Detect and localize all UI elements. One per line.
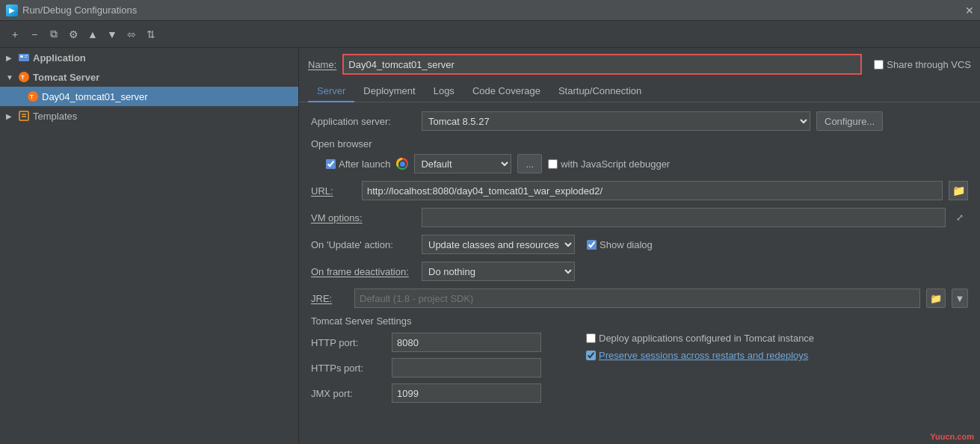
on-frame-row: On frame deactivation: Do nothing Update… xyxy=(311,262,968,281)
show-dialog-label: Show dialog xyxy=(587,239,653,250)
sidebar: ▶ Application ▼ T xyxy=(0,48,299,444)
sidebar-item-label-application: Application xyxy=(33,52,86,64)
on-frame-label: On frame deactivation: xyxy=(311,266,416,277)
tabs-row: Server Deployment Logs Code Coverage Sta… xyxy=(299,81,980,102)
https-port-row: HTTPs port: xyxy=(311,358,541,377)
after-launch-checkbox[interactable] xyxy=(326,159,336,169)
app-server-label: Application server: xyxy=(311,116,416,127)
main-window: ▶ Run/Debug Configurations ✕ + − ⧉ ⚙ ▲ ▼… xyxy=(0,0,980,444)
sidebar-item-tomcat-server[interactable]: ▼ T Tomcat Server xyxy=(0,67,298,87)
name-input[interactable] xyxy=(342,54,862,75)
move-button[interactable]: ⬄ xyxy=(123,25,141,43)
down-button[interactable]: ▼ xyxy=(103,25,121,43)
url-browse-button[interactable]: 📁 xyxy=(949,181,968,200)
tab-startup-connection[interactable]: Startup/Connection xyxy=(549,81,650,102)
svg-rect-1 xyxy=(20,55,23,58)
http-port-row: HTTP port: xyxy=(311,333,541,352)
https-port-label: HTTPs port: xyxy=(311,363,386,374)
deploy-label: Deploy applications configured in Tomcat… xyxy=(586,333,814,344)
svg-rect-0 xyxy=(19,54,29,61)
tab-logs[interactable]: Logs xyxy=(425,81,463,102)
templates-icon xyxy=(18,110,30,122)
chrome-icon xyxy=(396,158,408,170)
sidebar-item-label-templates: Templates xyxy=(33,111,77,122)
application-icon xyxy=(18,52,30,64)
app-icon: ▶ xyxy=(6,4,18,16)
add-button[interactable]: + xyxy=(6,25,24,43)
deploy-preserve-section: Deploy applications configured in Tomcat… xyxy=(571,333,814,409)
tomcat-server-icon: T xyxy=(18,71,30,83)
app-server-row: Application server: Tomcat 8.5.27 Config… xyxy=(311,111,968,131)
https-port-input[interactable] xyxy=(392,358,541,377)
tab-deployment[interactable]: Deployment xyxy=(354,81,424,102)
sidebar-item-templates[interactable]: ▶ Templates xyxy=(0,106,298,126)
tomcat-settings-section: Tomcat Server Settings HTTP port: HTTPs … xyxy=(311,315,968,409)
open-browser-content: After launch Default ... with JavaScript… xyxy=(311,154,968,173)
url-input[interactable] xyxy=(362,181,943,200)
jre-label: JRE: xyxy=(311,293,348,304)
tomcat-settings-title: Tomcat Server Settings xyxy=(311,315,968,327)
preserve-label: Preserve sessions across restarts and re… xyxy=(586,350,814,361)
watermark: Yuucn.com xyxy=(930,432,974,441)
browser-select[interactable]: Default xyxy=(414,154,511,173)
url-label: URL: xyxy=(311,185,356,197)
vm-options-input[interactable] xyxy=(422,208,946,227)
configure-button[interactable]: Configure... xyxy=(816,111,883,131)
up-button[interactable]: ▲ xyxy=(84,25,102,43)
show-dialog-checkbox[interactable] xyxy=(587,240,597,250)
http-port-label: HTTP port: xyxy=(311,337,386,348)
jmx-port-input[interactable] xyxy=(392,383,541,403)
svg-rect-8 xyxy=(19,111,28,120)
tree-arrow-application: ▶ xyxy=(6,54,18,62)
url-row: URL: 📁 xyxy=(311,181,968,200)
form-area: Application server: Tomcat 8.5.27 Config… xyxy=(299,102,980,444)
open-browser-title: Open browser xyxy=(311,138,968,149)
tab-server[interactable]: Server xyxy=(308,81,354,102)
app-server-select[interactable]: Tomcat 8.5.27 xyxy=(422,111,810,131)
after-launch-label: After launch xyxy=(326,158,390,170)
svg-text:T: T xyxy=(21,74,25,81)
deploy-checkbox[interactable] xyxy=(586,333,596,343)
ports-section: HTTP port: HTTPs port: JMX port: xyxy=(311,333,541,409)
on-update-label: On 'Update' action: xyxy=(311,239,416,250)
vm-options-label: VM options: xyxy=(311,212,416,223)
svg-rect-3 xyxy=(25,57,27,58)
open-browser-section: Open browser After launch Default ... xyxy=(311,138,968,173)
window-title: Run/Debug Configurations xyxy=(22,4,137,16)
name-label: Name: xyxy=(308,59,336,70)
sidebar-item-label-day04: Day04_tomcat01_server xyxy=(42,91,148,102)
svg-text:T: T xyxy=(30,93,34,100)
right-panel: Name: Share through VCS Server Deploymen… xyxy=(299,48,980,444)
settings-button[interactable]: ⚙ xyxy=(64,25,82,43)
remove-button[interactable]: − xyxy=(25,25,43,43)
preserve-checkbox[interactable] xyxy=(586,351,596,360)
vm-expand-button[interactable]: ⤢ xyxy=(952,209,968,226)
on-update-row: On 'Update' action: Update classes and r… xyxy=(311,235,968,254)
js-debugger-checkbox[interactable] xyxy=(548,159,558,169)
on-update-select[interactable]: Update classes and resources Do nothing … xyxy=(422,235,575,254)
jre-input[interactable] xyxy=(354,289,920,308)
copy-button[interactable]: ⧉ xyxy=(45,25,63,43)
share-vcs-label: Share through VCS xyxy=(874,59,971,70)
http-port-input[interactable] xyxy=(392,333,541,352)
close-button[interactable]: ✕ xyxy=(965,4,974,16)
jre-browse-button[interactable]: 📁 xyxy=(926,289,946,308)
share-row: Share through VCS xyxy=(874,59,971,70)
title-bar: ▶ Run/Debug Configurations ✕ xyxy=(0,0,980,21)
after-launch-row: After launch Default ... with JavaScript… xyxy=(326,154,968,173)
jmx-port-row: JMX port: xyxy=(311,383,541,403)
share-vcs-checkbox[interactable] xyxy=(874,60,884,70)
vm-options-row: VM options: ⤢ xyxy=(311,208,968,227)
sort-button[interactable]: ⇅ xyxy=(142,25,160,43)
jmx-port-label: JMX port: xyxy=(311,388,386,399)
toolbar: + − ⧉ ⚙ ▲ ▼ ⬄ ⇅ xyxy=(0,21,980,48)
sidebar-item-label-tomcat: Tomcat Server xyxy=(33,72,99,83)
tree-arrow-tomcat: ▼ xyxy=(6,73,18,81)
on-frame-select[interactable]: Do nothing Update classes and resources … xyxy=(422,262,575,281)
browse-dots-button[interactable]: ... xyxy=(517,154,542,173)
jre-dropdown-button[interactable]: ▼ xyxy=(952,289,968,308)
sidebar-item-day04-server[interactable]: T Day04_tomcat01_server xyxy=(0,87,298,106)
sidebar-item-application[interactable]: ▶ Application xyxy=(0,48,298,67)
day04-server-icon: T xyxy=(27,90,39,102)
tab-code-coverage[interactable]: Code Coverage xyxy=(463,81,549,102)
